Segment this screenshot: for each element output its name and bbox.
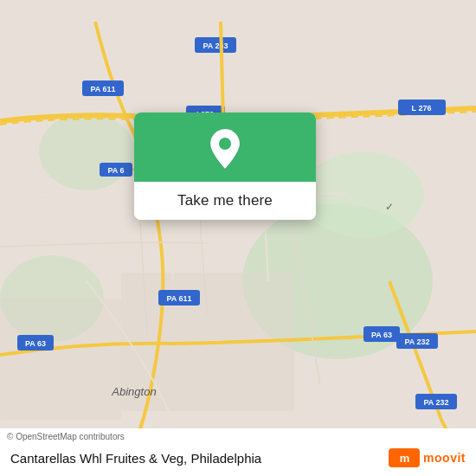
location-pin-icon — [208, 128, 242, 170]
svg-point-29 — [219, 138, 231, 150]
moovit-brand-text: moovit — [423, 451, 466, 465]
svg-text:PA 6: PA 6 — [107, 166, 124, 175]
svg-text:PA 263: PA 263 — [203, 42, 228, 50]
bottom-bar: © OpenStreetMap contributors Cantarellas… — [0, 428, 476, 476]
place-name: Cantarellas Whl Fruites & Veg, Philadelp… — [10, 451, 261, 466]
take-me-there-button[interactable]: Take me there — [134, 182, 316, 220]
map-container: I 276 L 276 PA 263 PA 611 PA 611 PA 63 P… — [0, 0, 476, 476]
svg-text:Abington: Abington — [111, 385, 156, 398]
svg-text:PA 232: PA 232 — [423, 398, 448, 407]
svg-point-4 — [39, 113, 134, 190]
moovit-m-icon: m — [389, 448, 420, 467]
popup-card: Take me there — [134, 113, 316, 220]
svg-text:PA 611: PA 611 — [166, 294, 191, 303]
svg-rect-6 — [0, 299, 121, 420]
svg-text:PA 232: PA 232 — [404, 338, 429, 346]
svg-text:PA 63: PA 63 — [371, 331, 392, 339]
popup-header — [134, 113, 316, 182]
map-attribution: © OpenStreetMap contributors — [0, 428, 476, 443]
svg-text:PA 611: PA 611 — [90, 85, 115, 93]
moovit-logo: m moovit — [389, 448, 466, 467]
svg-text:PA 63: PA 63 — [25, 339, 46, 348]
svg-text:✓: ✓ — [385, 201, 394, 213]
map-background: I 276 L 276 PA 263 PA 611 PA 611 PA 63 P… — [0, 0, 476, 476]
place-info: Cantarellas Whl Fruites & Veg, Philadelp… — [0, 443, 476, 476]
svg-text:L 276: L 276 — [412, 104, 432, 113]
